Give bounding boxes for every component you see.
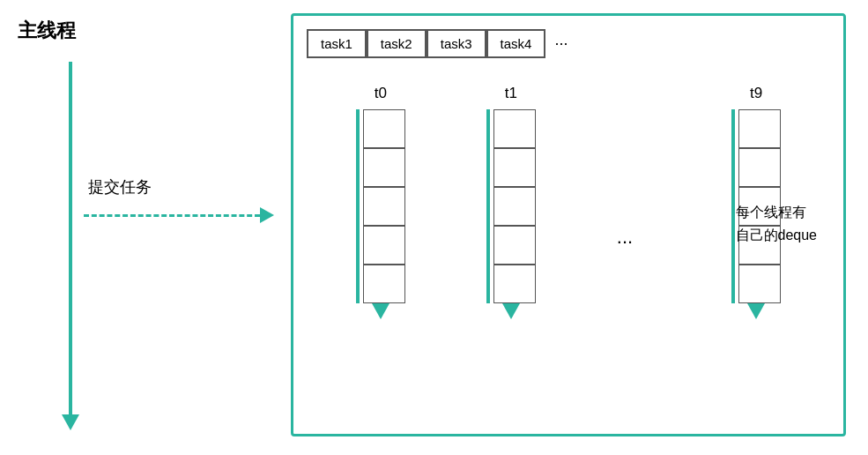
task-cell-4: task4 — [486, 29, 546, 58]
main-thread-section: 主线程 提交任务 — [18, 18, 282, 441]
task-cell-1: task1 — [307, 29, 367, 58]
deque-cells-t1 — [493, 109, 536, 303]
deque-cell-t0-2 — [363, 148, 405, 187]
deque-cell-t1-1 — [493, 109, 536, 148]
deque-cell-t0-1 — [363, 109, 405, 148]
deque-cells-t0 — [363, 109, 405, 303]
deque-cell-t9-2 — [738, 148, 781, 187]
dashed-line — [84, 214, 260, 217]
submit-task-label: 提交任务 — [88, 176, 152, 198]
deque-v-arrow-t9 — [731, 109, 735, 303]
deque-cell-t1-4 — [493, 226, 536, 265]
thread-deque-wrapper-t0 — [356, 109, 405, 319]
deque-arrow-container-t0 — [356, 109, 405, 303]
deque-arrow-down-t0 — [372, 303, 389, 319]
task-queue-dots: ··· — [545, 34, 576, 53]
thread-label-t9: t9 — [750, 85, 762, 102]
thread-column-t0: t0 — [356, 85, 405, 319]
deque-v-arrow-t0 — [356, 109, 360, 303]
thread-deque-wrapper-t1 — [486, 109, 536, 319]
main-thread-arrow-head — [62, 414, 79, 430]
thread-pool-panel: task1 task2 task3 task4 ··· t0 — [291, 13, 846, 436]
main-container: 主线程 提交任务 task1 task2 task3 task4 ··· t0 — [0, 0, 868, 455]
main-thread-label: 主线程 — [18, 18, 282, 44]
per-thread-note: 每个线程有 自己的deque — [736, 201, 818, 246]
deque-cell-t0-4 — [363, 226, 405, 265]
deque-cell-t0-5 — [363, 265, 405, 303]
thread-label-t1: t1 — [505, 85, 517, 102]
dashed-arrow — [84, 207, 274, 223]
per-thread-note-line1: 每个线程有 — [736, 205, 806, 220]
deque-cell-t0-3 — [363, 187, 405, 226]
thread-column-t1: t1 — [486, 85, 536, 319]
deque-v-arrow-t1 — [486, 109, 490, 303]
deque-arrow-down-t1 — [502, 303, 520, 319]
thread-label-t0: t0 — [375, 85, 387, 102]
per-thread-note-line2: 自己的deque — [736, 228, 818, 242]
threads-middle-dots: ... — [617, 226, 633, 249]
task-queue: task1 task2 task3 task4 ··· — [307, 29, 830, 58]
deque-cell-t9-5 — [738, 265, 781, 303]
deque-arrow-down-t9 — [747, 303, 765, 319]
dashed-arrow-head — [260, 207, 274, 223]
deque-arrow-container-t1 — [486, 109, 536, 303]
deque-cell-t9-1 — [738, 109, 781, 148]
main-thread-arrow-line — [69, 62, 72, 414]
main-thread-arrow — [62, 62, 79, 430]
deque-cell-t1-2 — [493, 148, 536, 187]
task-cell-3: task3 — [427, 29, 486, 58]
task-cell-2: task2 — [367, 29, 427, 58]
deque-cell-t1-5 — [493, 265, 536, 303]
deque-cell-t1-3 — [493, 187, 536, 226]
